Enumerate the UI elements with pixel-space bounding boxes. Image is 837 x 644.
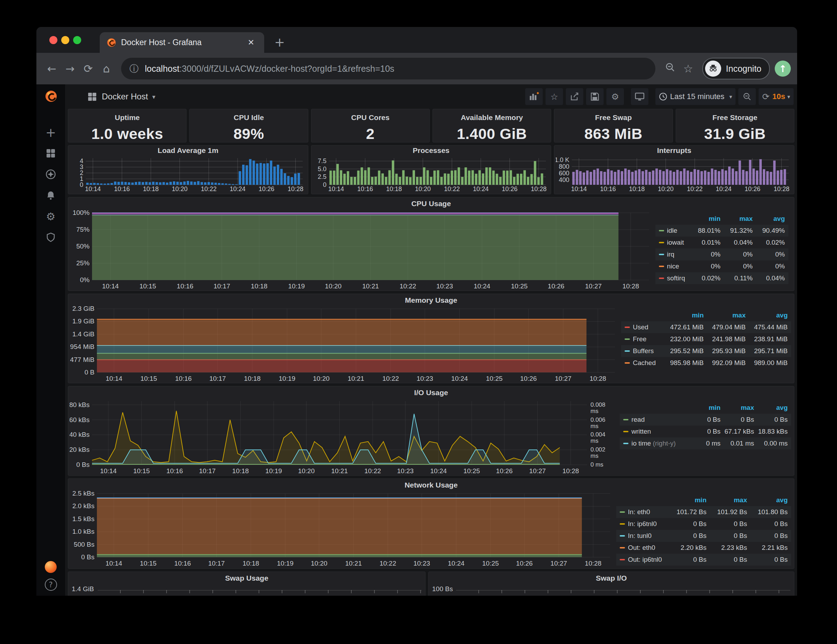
share-dashboard-button[interactable] xyxy=(566,88,583,105)
processes-chart[interactable]: 02.55.07.510:1410:1610:1810:2010:2210:24… xyxy=(313,156,549,193)
configuration-gear-icon[interactable]: ⚙ xyxy=(45,210,57,222)
svg-text:50%: 50% xyxy=(76,243,90,250)
cpu-usage-chart[interactable]: 0%25%50%75%100%10:1410:1510:1610:1710:18… xyxy=(70,209,653,291)
io-usage-chart[interactable]: 0 Bs20 kBs40 kBs60 kBs80 kBs10:1410:1510… xyxy=(70,398,618,475)
site-info-icon[interactable]: ⓘ xyxy=(130,62,139,75)
legend-series-irq[interactable]: irq xyxy=(667,251,688,258)
svg-text:0 Bs: 0 Bs xyxy=(81,554,95,561)
panel-title[interactable]: Free Storage xyxy=(676,113,794,123)
svg-text:10:26: 10:26 xyxy=(259,186,274,192)
legend-header: minmaxavg xyxy=(616,494,791,506)
legend-series-softirq[interactable]: softirq xyxy=(667,274,688,282)
refresh-interval-label: 10s xyxy=(772,92,785,101)
svg-text:10:26: 10:26 xyxy=(516,560,533,567)
series-swatch xyxy=(625,338,630,340)
swap-io-panel: Swap I/O 100 Bs xyxy=(428,572,794,596)
add-panel-button[interactable] xyxy=(525,88,543,105)
memory-usage-panel: Memory Usage 0 B477 MiB954 MiB1.4 GiB1.9… xyxy=(68,294,794,383)
legend-series-buffers[interactable]: Buffers xyxy=(633,347,662,355)
panel-title[interactable]: Available Memory xyxy=(433,113,551,123)
time-range-picker[interactable]: Last 15 minutes ▾ xyxy=(655,88,735,105)
browser-tab[interactable]: Docker Host - Grafana ✕ xyxy=(100,32,264,53)
star-dashboard-button[interactable]: ☆ xyxy=(545,88,563,105)
legend-series-free[interactable]: Free xyxy=(633,335,662,343)
address-bar[interactable]: ⓘ localhost:3000/d/fZULvACWz/docker-host… xyxy=(121,58,655,79)
dashboard-title: Docker Host xyxy=(102,92,148,102)
legend-series-io-time[interactable]: io time (right-y) xyxy=(631,440,687,447)
legend-series-used[interactable]: Used xyxy=(633,324,662,331)
bookmark-star-icon[interactable]: ☆ xyxy=(679,62,698,75)
screenshot-stage: Docker Host - Grafana ✕ + ← → ⟳ ⌂ ⓘ loca… xyxy=(0,0,837,644)
svg-text:10:23: 10:23 xyxy=(437,283,453,290)
home-icon[interactable]: ⌂ xyxy=(97,62,115,75)
tab-close-icon[interactable]: ✕ xyxy=(245,36,257,49)
user-avatar[interactable] xyxy=(45,561,57,573)
legend-series-written[interactable]: written xyxy=(631,428,687,435)
minimize-window-button[interactable] xyxy=(61,36,69,44)
interrupts-chart[interactable]: 4006008001.0 K10:1410:1610:1810:2010:221… xyxy=(556,156,792,193)
refresh-button[interactable]: ⟳ 10s ▾ xyxy=(758,88,794,105)
svg-text:4: 4 xyxy=(80,158,83,164)
svg-text:1.9 GiB: 1.9 GiB xyxy=(72,317,95,325)
legend-series-out-eth0[interactable]: Out: eth0 xyxy=(628,544,666,552)
panel-title[interactable]: CPU Usage xyxy=(68,199,794,209)
network-usage-chart[interactable]: 0 Bs500 Bs1.0 kBs1.5 kBs2.0 kBs2.5 kBs10… xyxy=(70,490,614,568)
memory-usage-chart[interactable]: 0 B477 MiB954 MiB1.4 GiB1.9 GiB2.3 GiB10… xyxy=(70,305,619,383)
create-plus-icon[interactable]: + xyxy=(45,127,57,138)
svg-text:10:18: 10:18 xyxy=(243,560,259,567)
new-tab-button[interactable]: + xyxy=(272,34,288,50)
legend-series-in-eth0[interactable]: In: eth0 xyxy=(628,508,666,516)
svg-text:10:21: 10:21 xyxy=(362,283,379,290)
load-average-chart[interactable]: 0123410:1410:1610:1810:2010:2210:2410:26… xyxy=(70,156,306,193)
panel-title[interactable]: I/O Usage xyxy=(68,388,794,398)
legend-series-in-ip6tnl0[interactable]: In: ip6tnl0 xyxy=(628,520,666,528)
panel-title[interactable]: Free Swap xyxy=(554,113,672,123)
legend-series-cached[interactable]: Cached xyxy=(633,359,662,367)
cycle-view-mode-button[interactable] xyxy=(631,88,648,105)
grafana-logo[interactable] xyxy=(45,90,57,104)
tab-strip: Docker Host - Grafana ✕ + xyxy=(36,27,797,53)
legend-series-idle[interactable]: idle xyxy=(667,227,688,235)
dashboard-settings-button[interactable]: ⚙ xyxy=(606,88,624,105)
panel-title[interactable]: Network Usage xyxy=(68,480,794,490)
forward-icon[interactable]: → xyxy=(61,62,79,75)
explore-compass-icon[interactable] xyxy=(45,168,57,180)
save-dashboard-button[interactable] xyxy=(586,88,604,105)
svg-text:2.5 kBs: 2.5 kBs xyxy=(72,490,95,497)
svg-text:10:28: 10:28 xyxy=(531,186,547,192)
dashboard-breadcrumb[interactable]: Docker Host ▾ xyxy=(87,92,155,102)
svg-text:10:20: 10:20 xyxy=(325,283,342,290)
back-icon[interactable]: ← xyxy=(43,62,61,75)
server-admin-shield-icon[interactable] xyxy=(45,232,57,243)
dashboards-icon[interactable] xyxy=(45,147,57,159)
panel-title[interactable]: CPU Cores xyxy=(312,113,429,123)
help-icon[interactable]: ? xyxy=(45,578,57,591)
panel-title[interactable]: Uptime xyxy=(68,113,186,123)
fullscreen-window-button[interactable] xyxy=(73,36,81,44)
cpu-usage-panel: CPU Usage 0%25%50%75%100%10:1410:1510:16… xyxy=(68,197,794,291)
panel-title[interactable]: Load Average 1m xyxy=(68,146,308,155)
svg-text:10:17: 10:17 xyxy=(208,560,225,567)
series-swatch xyxy=(625,350,630,352)
svg-text:500 Bs: 500 Bs xyxy=(74,541,95,548)
zoom-out-time-button[interactable] xyxy=(739,88,756,105)
reload-icon[interactable]: ⟳ xyxy=(79,62,97,75)
legend-series-out-ip6tnl0[interactable]: Out: ip6tnl0 xyxy=(628,556,666,564)
zoom-page-icon[interactable] xyxy=(661,62,679,75)
panel-title[interactable]: Interrupts xyxy=(554,146,794,155)
legend-series-nice[interactable]: nice xyxy=(667,263,688,270)
alerting-bell-icon[interactable] xyxy=(45,189,57,201)
chrome-update-button[interactable]: ↑ xyxy=(775,61,791,77)
legend-series-in-tunl0[interactable]: In: tunl0 xyxy=(628,532,666,540)
panel-title[interactable]: Memory Usage xyxy=(68,296,794,305)
legend-series-read[interactable]: read xyxy=(631,416,687,424)
panel-title[interactable]: Processes xyxy=(312,146,551,155)
legend-series-iowait[interactable]: iowait xyxy=(667,239,688,246)
svg-text:10:26: 10:26 xyxy=(548,283,565,290)
svg-text:10:22: 10:22 xyxy=(687,186,702,192)
panel-title[interactable]: CPU Idle xyxy=(190,113,308,123)
close-window-button[interactable] xyxy=(49,36,57,44)
panel-title[interactable]: Swap Usage xyxy=(68,573,425,583)
panel-title[interactable]: Swap I/O xyxy=(428,573,794,583)
legend-row: read0 Bs0 Bs0 Bs xyxy=(620,414,791,426)
